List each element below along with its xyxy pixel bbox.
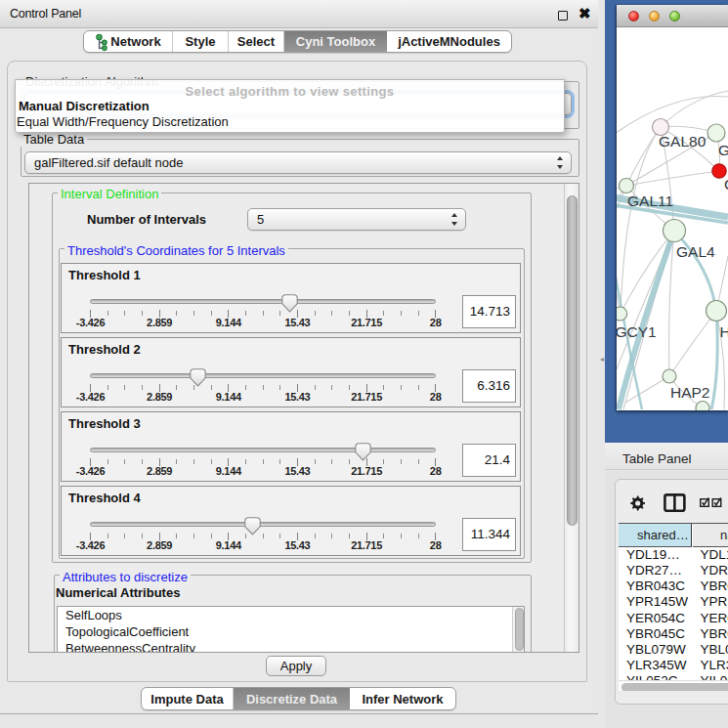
svg-text:H: H [720, 323, 728, 340]
svg-text:HAP2: HAP2 [670, 384, 710, 401]
svg-text:GCY1: GCY1 [617, 323, 657, 340]
svg-text:GAL: GAL [718, 142, 728, 158]
svg-text:GAL11: GAL11 [627, 193, 673, 209]
svg-text:CY: CY [724, 176, 728, 193]
svg-text:GAL4: GAL4 [676, 243, 715, 260]
svg-text:GAL80: GAL80 [659, 133, 707, 150]
